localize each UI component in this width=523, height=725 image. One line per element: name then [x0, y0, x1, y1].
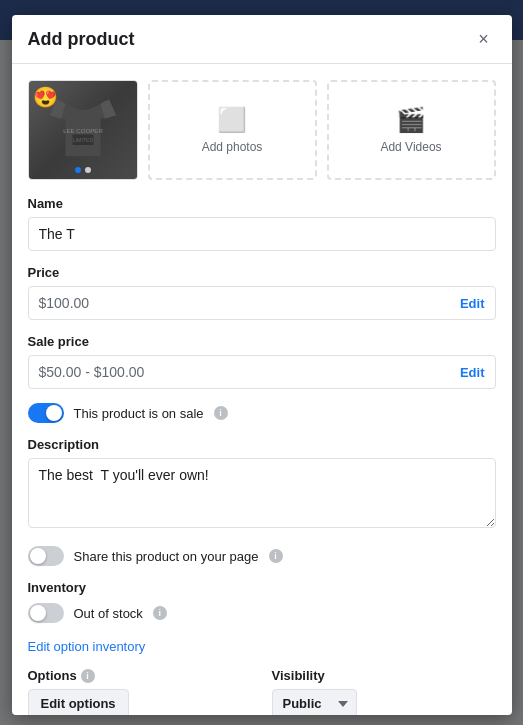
image-section: LEE COOPER LIMITED 😍 ⬜ Add photos — [28, 80, 496, 180]
name-label: Name — [28, 196, 496, 211]
price-value: $100.00 — [39, 295, 460, 311]
out-of-stock-label: Out of stock — [74, 606, 143, 621]
dot-inactive — [85, 167, 91, 173]
out-of-stock-toggle[interactable] — [28, 603, 64, 623]
visibility-column: Visibility Public Private Hidden — [272, 668, 496, 715]
options-visibility-row: Options i Edit options Visibility Public… — [28, 668, 496, 715]
sale-price-field-group: Sale price $50.00 - $100.00 Edit — [28, 334, 496, 389]
video-icon: 🎬 — [396, 106, 426, 134]
share-info-icon[interactable]: i — [269, 549, 283, 563]
edit-option-inventory-link[interactable]: Edit option inventory — [28, 639, 146, 654]
options-column: Options i Edit options — [28, 668, 252, 715]
add-videos-button[interactable]: 🎬 Add Videos — [327, 80, 496, 180]
add-product-modal: Add product × LEE COOPER LIMITED — [12, 15, 512, 715]
add-photos-button[interactable]: ⬜ Add photos — [148, 80, 317, 180]
description-field-group: Description The best T you'll ever own! — [28, 437, 496, 532]
on-sale-label: This product is on sale — [74, 406, 204, 421]
share-toggle-row: Share this product on your page i — [28, 546, 496, 566]
image-dots — [75, 167, 91, 173]
options-label-text: Options — [28, 668, 77, 683]
price-field-group: Price $100.00 Edit — [28, 265, 496, 320]
sale-price-edit-button[interactable]: Edit — [460, 365, 485, 380]
visibility-label-text: Visibility — [272, 668, 325, 683]
sale-price-value: $50.00 - $100.00 — [39, 364, 460, 380]
share-label: Share this product on your page — [74, 549, 259, 564]
modal-overlay: Add product × LEE COOPER LIMITED — [0, 0, 523, 725]
product-emoji: 😍 — [33, 85, 58, 109]
on-sale-toggle-row: This product is on sale i — [28, 403, 496, 423]
sale-price-row: $50.00 - $100.00 Edit — [28, 355, 496, 389]
share-toggle[interactable] — [28, 546, 64, 566]
photo-icon: ⬜ — [217, 106, 247, 134]
name-field-group: Name — [28, 196, 496, 251]
description-textarea[interactable]: The best T you'll ever own! — [28, 458, 496, 528]
on-sale-info-icon[interactable]: i — [214, 406, 228, 420]
edit-options-button[interactable]: Edit options — [28, 689, 129, 715]
add-videos-label: Add Videos — [380, 140, 441, 154]
modal-title: Add product — [28, 29, 135, 50]
out-of-stock-knob — [30, 605, 46, 621]
share-knob — [30, 548, 46, 564]
options-col-label: Options i — [28, 668, 252, 683]
inventory-label: Inventory — [28, 580, 496, 595]
svg-text:LEE COOPER: LEE COOPER — [63, 127, 103, 134]
out-of-stock-info-icon[interactable]: i — [153, 606, 167, 620]
modal-body: LEE COOPER LIMITED 😍 ⬜ Add photos — [12, 64, 512, 715]
dot-active — [75, 167, 81, 173]
inventory-section: Inventory Out of stock i — [28, 580, 496, 623]
add-photos-label: Add photos — [202, 140, 263, 154]
visibility-select[interactable]: Public Private Hidden — [272, 689, 357, 715]
modal-header: Add product × — [12, 15, 512, 64]
on-sale-toggle[interactable] — [28, 403, 64, 423]
svg-text:LIMITED: LIMITED — [72, 137, 93, 143]
price-label: Price — [28, 265, 496, 280]
description-label: Description — [28, 437, 496, 452]
price-row: $100.00 Edit — [28, 286, 496, 320]
name-input[interactable] — [28, 217, 496, 251]
out-of-stock-row: Out of stock i — [28, 603, 496, 623]
modal-close-button[interactable]: × — [472, 27, 496, 51]
product-image[interactable]: LEE COOPER LIMITED 😍 — [28, 80, 138, 180]
shirt-svg: LEE COOPER LIMITED — [48, 95, 118, 165]
options-info-icon[interactable]: i — [81, 669, 95, 683]
visibility-col-label: Visibility — [272, 668, 496, 683]
price-edit-button[interactable]: Edit — [460, 296, 485, 311]
on-sale-knob — [46, 405, 62, 421]
sale-price-label: Sale price — [28, 334, 496, 349]
